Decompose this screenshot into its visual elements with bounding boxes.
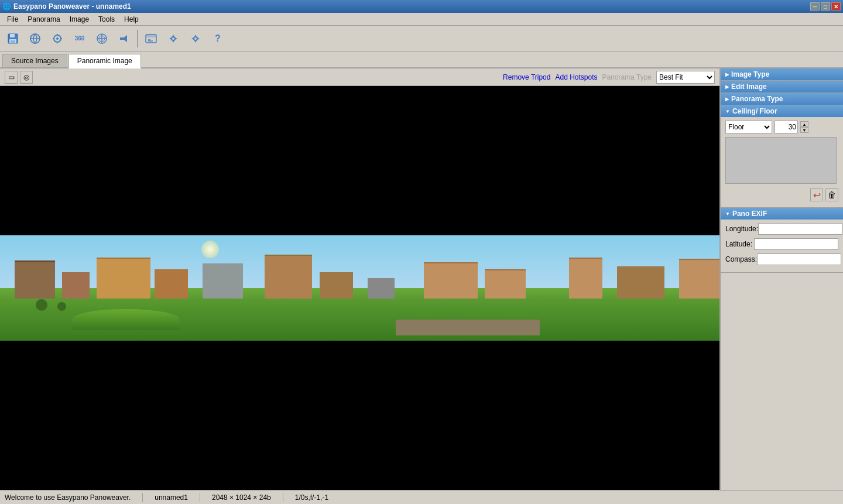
pano-bottom: [0, 341, 719, 490]
svg-point-22: [172, 37, 175, 40]
panoramic-view: [0, 86, 719, 490]
status-bar: Welcome to use Easypano Panoweaver. unna…: [0, 490, 843, 504]
settings-button[interactable]: [163, 28, 184, 49]
edit-image-arrow: ▶: [725, 84, 729, 90]
toolbar-separator: [137, 30, 138, 47]
import-button[interactable]: ↩: [810, 188, 823, 201]
delete-button[interactable]: 🗑: [825, 188, 838, 201]
floor-preview: [725, 137, 837, 184]
compass-input[interactable]: [757, 253, 841, 265]
maximize-button[interactable]: □: [821, 2, 830, 11]
svg-rect-17: [120, 37, 125, 40]
panorama-type-arrow: ▶: [725, 97, 729, 102]
status-filename: unnamed1: [155, 493, 188, 502]
view-sphere-button[interactable]: ◎: [20, 71, 33, 84]
image-type-arrow: ▶: [725, 72, 729, 77]
menu-tools[interactable]: Tools: [94, 14, 119, 25]
app-icon: 🌐: [2, 2, 11, 11]
image-toolbar-right: Remove Tripod Add Hotspots Panorama Type…: [503, 71, 715, 84]
pano-exif-arrow: ▼: [725, 211, 730, 217]
latitude-row: Latitude:: [725, 238, 838, 250]
menu-panorama[interactable]: Panorama: [23, 14, 64, 25]
view-rect-button[interactable]: ▭: [5, 71, 18, 84]
latitude-label: Latitude:: [725, 240, 754, 248]
image-type-section: ▶ Image Type: [721, 68, 843, 81]
status-divider-3: [283, 493, 283, 502]
view-button[interactable]: [47, 28, 68, 49]
tabs: Source Images Panoramic Image: [0, 52, 843, 68]
tab-panoramic-image[interactable]: Panoramic Image: [68, 54, 141, 68]
longitude-input[interactable]: [758, 223, 842, 235]
ceiling-floor-section: ▼ Ceiling/ Floor Floor Ceiling ▲ ▼: [721, 105, 843, 208]
svg-rect-1: [10, 34, 15, 37]
panorama-type-section: ▶ Panorama Type: [721, 93, 843, 105]
ceiling-floor-arrow: ▼: [725, 109, 730, 114]
floor-spin-down[interactable]: ▼: [800, 127, 808, 133]
image-canvas: [0, 86, 719, 490]
pano-exif-section: ▼ Pano EXIF Longitude: 🔗 Latitude:: [721, 208, 843, 273]
status-message: Welcome to use Easypano Panoweaver.: [5, 493, 131, 502]
edit-image-header[interactable]: ▶ Edit Image: [721, 81, 843, 92]
pano-sky: [0, 86, 719, 235]
floor-type-dropdown[interactable]: Floor Ceiling: [725, 121, 772, 133]
pano-exif-content: Longitude: 🔗 Latitude: Compass: 🔗: [721, 220, 843, 272]
panorama-type-label: Panorama Type: [731, 95, 783, 103]
menu-image[interactable]: Image: [65, 14, 94, 25]
tab-source-images[interactable]: Source Images: [2, 54, 67, 67]
longitude-label: Longitude:: [725, 225, 758, 233]
back-button[interactable]: [114, 28, 135, 49]
svg-rect-3: [11, 40, 15, 43]
status-dimensions: 2048 × 1024 × 24b: [212, 493, 271, 502]
edit-image-label: Edit Image: [731, 83, 767, 91]
svg-point-23: [194, 37, 197, 40]
status-divider-1: [142, 493, 143, 502]
menu-bar: File Panorama Image Tools Help: [0, 13, 843, 26]
latitude-input[interactable]: [754, 238, 838, 250]
fit-dropdown[interactable]: Best Fit 100% 50% 200%: [656, 71, 715, 84]
floor-value-input[interactable]: [775, 121, 798, 133]
main-content: Source Images Panoramic Image ▭ ◎ Remove…: [0, 52, 843, 490]
edit-image-section: ▶ Edit Image: [721, 81, 843, 93]
menu-help[interactable]: Help: [119, 14, 143, 25]
image-toolbar-left: ▭ ◎: [5, 71, 33, 84]
title-bar: 🌐 Easypano Panoweaver - unnamed1 ─ □ ✕: [0, 0, 843, 13]
floor-row: Floor Ceiling ▲ ▼: [725, 121, 838, 133]
compass-row: Compass: 🔗: [725, 253, 838, 265]
title-bar-controls: ─ □ ✕: [810, 2, 841, 11]
panorama-type-header[interactable]: ▶ Panorama Type: [721, 93, 843, 105]
pano-exif-header[interactable]: ▼ Pano EXIF: [721, 208, 843, 220]
pano-exif-label: Pano EXIF: [732, 210, 767, 218]
status-divider-2: [200, 493, 200, 502]
minimize-button[interactable]: ─: [810, 2, 820, 11]
image-toolbar: ▭ ◎ Remove Tripod Add Hotspots Panorama …: [0, 68, 719, 86]
image-type-header[interactable]: ▶ Image Type: [721, 68, 843, 80]
remove-tripod-button[interactable]: Remove Tripod: [503, 73, 550, 81]
panorama-type-label: Panorama Type: [602, 73, 652, 81]
status-info: 1/0s,f/-1,-1: [295, 493, 328, 502]
stitch-button[interactable]: [25, 28, 46, 49]
ceiling-floor-label: Ceiling/ Floor: [732, 107, 777, 115]
360-button[interactable]: 360: [69, 28, 90, 49]
pano-scene: [0, 235, 719, 340]
help-button[interactable]: ?: [207, 28, 228, 49]
left-panel: ▭ ◎ Remove Tripod Add Hotspots Panorama …: [0, 68, 720, 490]
settings2-button[interactable]: [185, 28, 206, 49]
svg-point-7: [56, 37, 59, 40]
app-title: Easypano Panoweaver - unnamed1: [13, 2, 131, 11]
longitude-row: Longitude: 🔗: [725, 223, 838, 235]
publish-button[interactable]: [140, 28, 162, 49]
toolbar: 360 ?: [0, 26, 843, 52]
save-button[interactable]: [2, 28, 23, 49]
image-type-label: Image Type: [731, 70, 769, 78]
title-bar-left: 🌐 Easypano Panoweaver - unnamed1: [2, 2, 131, 11]
ceiling-floor-header[interactable]: ▼ Ceiling/ Floor: [721, 105, 843, 117]
floor-spinner: ▲ ▼: [800, 121, 808, 133]
add-hotspots-button[interactable]: Add Hotspots: [555, 73, 597, 81]
scene-gradient: [0, 235, 719, 340]
upload-button[interactable]: [91, 28, 112, 49]
floor-spin-up[interactable]: ▲: [800, 121, 808, 127]
content-area: ▭ ◎ Remove Tripod Add Hotspots Panorama …: [0, 68, 843, 490]
right-panel: ▶ Image Type ▶ Edit Image ▶ Panorama Typ…: [720, 68, 843, 490]
menu-file[interactable]: File: [2, 14, 23, 25]
close-button[interactable]: ✕: [831, 2, 841, 11]
